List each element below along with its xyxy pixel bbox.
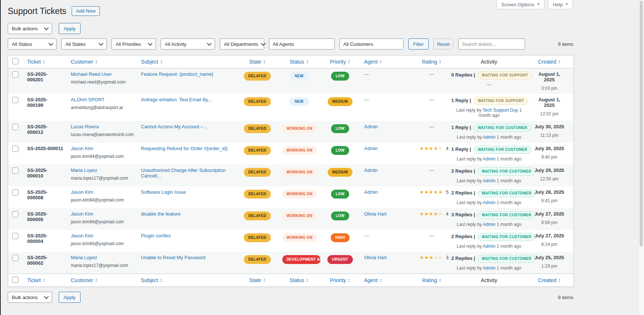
column-header-label-ticket[interactable]: Ticket▲▼ bbox=[27, 59, 45, 65]
subject-link[interactable]: Anfrage erhalten: Test Email By... bbox=[141, 97, 212, 102]
agent-link[interactable]: Admin bbox=[364, 146, 378, 151]
bulk-actions-select-bottom[interactable]: Bulk actions bbox=[8, 292, 52, 303]
customer-name-link[interactable]: Lucas Rivera bbox=[71, 124, 99, 129]
column-header-label-state[interactable]: State▲▼ bbox=[249, 59, 266, 65]
select-all-checkbox[interactable] bbox=[12, 277, 18, 283]
row-checkbox[interactable] bbox=[12, 124, 18, 130]
scrollbar-thumb[interactable] bbox=[640, 1, 643, 247]
agent-link[interactable]: Admin bbox=[364, 124, 378, 129]
ticket-id-link[interactable]: SS-2025-000002 bbox=[27, 255, 48, 266]
status-cell: WORKING ON bbox=[279, 121, 320, 143]
column-header-label-rating[interactable]: Rating▲▼ bbox=[422, 277, 441, 283]
subject-link[interactable]: Feature Request: {product_name} bbox=[141, 71, 214, 77]
ticket-id-link[interactable]: SS-2025-000201 bbox=[27, 71, 48, 82]
customer-name-link[interactable]: Maria Lopez bbox=[71, 167, 98, 173]
last-reply-author-link[interactable]: Admin bbox=[483, 265, 495, 271]
ticket-id-link[interactable]: SS-2025-000004 bbox=[27, 233, 48, 244]
agent-link[interactable]: Admin bbox=[364, 167, 378, 173]
filter-button[interactable]: Filter bbox=[408, 38, 429, 50]
vertical-scrollbar[interactable] bbox=[638, 0, 644, 315]
customer-name-link[interactable]: Jason Kim bbox=[71, 146, 93, 151]
reset-button[interactable]: Reset bbox=[433, 38, 453, 50]
ticket-id-link[interactable]: SS-2025-000012 bbox=[27, 124, 48, 135]
last-reply-ago: 1 month ago bbox=[495, 265, 521, 271]
column-header-label-agent[interactable]: Agent▲▼ bbox=[364, 59, 382, 65]
states-filter-select[interactable]: All States bbox=[61, 38, 107, 50]
column-header-label-agent[interactable]: Agent▲▼ bbox=[364, 277, 382, 283]
column-header-rating: Rating▲▼ bbox=[416, 55, 448, 68]
add-new-button[interactable]: Add New bbox=[72, 6, 100, 16]
column-header-activity: Activity bbox=[448, 55, 531, 68]
last-reply-author-link[interactable]: Admin bbox=[483, 222, 495, 227]
customer-name-link[interactable]: Jason Kim bbox=[71, 189, 93, 195]
customers-filter-input[interactable] bbox=[340, 38, 403, 50]
column-header-label-ticket[interactable]: Ticket▲▼ bbox=[27, 277, 45, 283]
row-checkbox[interactable] bbox=[12, 255, 18, 261]
column-header-label-created[interactable]: Created▲▼ bbox=[538, 277, 561, 283]
customer-name-link[interactable]: Jason Kim bbox=[71, 211, 93, 217]
subject-link[interactable]: disable the feature bbox=[141, 211, 181, 217]
column-header-label-state[interactable]: State▲▼ bbox=[249, 277, 266, 283]
subject-link[interactable]: Unable to Reset My Password bbox=[141, 255, 206, 260]
column-header-label-priority[interactable]: Priority▲▼ bbox=[330, 59, 351, 65]
column-header-label-priority[interactable]: Priority▲▼ bbox=[330, 277, 351, 283]
last-reply-author-link[interactable]: Admin bbox=[483, 200, 495, 205]
last-reply-author-link[interactable]: Admin bbox=[483, 178, 495, 183]
subject-link[interactable]: Cannot Access My Account –... bbox=[141, 124, 207, 129]
activity-cell: 2 Replies |WAITING FOR CUSTOMERLast repl… bbox=[448, 252, 531, 274]
agent-link[interactable]: Olivia Hart bbox=[364, 255, 387, 260]
column-header-customer: Customer▲▼ bbox=[67, 55, 137, 68]
row-checkbox[interactable] bbox=[12, 189, 18, 196]
ticket-id-link[interactable]: SS-2025-000199 bbox=[27, 97, 48, 108]
status-cell: WORKING ON bbox=[279, 165, 320, 186]
help-button[interactable]: Help ▼ bbox=[548, 0, 573, 9]
column-header-label-subject[interactable]: Subject▲▼ bbox=[141, 59, 163, 65]
column-header-label-status[interactable]: Status▲▼ bbox=[290, 277, 309, 283]
row-checkbox[interactable] bbox=[12, 97, 18, 103]
row-checkbox[interactable] bbox=[12, 233, 18, 239]
apply-button-bottom[interactable]: Apply bbox=[59, 292, 81, 303]
ticket-id-link[interactable]: SS-2025-000011 bbox=[27, 146, 64, 151]
subject-link[interactable]: Unauthorized Charge After Subscription C… bbox=[141, 167, 226, 179]
priorities-filter-select[interactable]: All Priorities bbox=[112, 38, 156, 50]
customer-name-link[interactable]: Maria Lopez bbox=[71, 255, 98, 260]
row-checkbox[interactable] bbox=[12, 167, 18, 174]
last-reply-author-link[interactable]: Tech Support Guy bbox=[483, 108, 518, 113]
created-cell: July 28, 20258:41 pm bbox=[531, 186, 574, 208]
row-checkbox[interactable] bbox=[12, 146, 18, 152]
agent-link[interactable]: Admin bbox=[364, 189, 378, 195]
subject-link[interactable]: Software Login Issue bbox=[141, 189, 186, 195]
column-header-label-subject[interactable]: Subject▲▼ bbox=[141, 277, 163, 283]
departments-filter-select[interactable]: All Departments bbox=[220, 38, 264, 50]
subject-link[interactable]: Requesting Refund for Order #{order_id} bbox=[141, 146, 228, 151]
status-filter-select[interactable]: All Status bbox=[8, 38, 57, 50]
row-checkbox[interactable] bbox=[12, 71, 18, 78]
last-reply-author-link[interactable]: Admin bbox=[483, 156, 495, 162]
row-checkbox[interactable] bbox=[12, 211, 18, 217]
column-header-label-rating[interactable]: Rating▲▼ bbox=[422, 59, 441, 65]
column-header-label-status[interactable]: Status▲▼ bbox=[290, 59, 309, 65]
select-all-checkbox[interactable] bbox=[12, 58, 18, 64]
ticket-id-link[interactable]: SS-2025-000008 bbox=[27, 189, 48, 200]
customer-name-link[interactable]: Michael Reed User bbox=[71, 71, 112, 77]
screen-options-button[interactable]: Screen Options ▼ bbox=[497, 0, 545, 9]
ticket-id-link[interactable]: SS-2025-000010 bbox=[27, 167, 48, 179]
column-header-label-customer[interactable]: Customer▲▼ bbox=[71, 277, 98, 283]
column-header-label-customer[interactable]: Customer▲▼ bbox=[71, 59, 98, 65]
last-reply-author-link[interactable]: Admin bbox=[483, 135, 495, 140]
apply-button-top[interactable]: Apply bbox=[59, 23, 81, 34]
sort-down-icon: ▼ bbox=[348, 280, 350, 282]
agents-filter-input[interactable] bbox=[269, 38, 335, 50]
customer-name-link[interactable]: Jason Kim bbox=[71, 233, 93, 238]
agent-link[interactable]: Olivia Hart bbox=[364, 211, 387, 217]
agent-cell: — bbox=[361, 94, 416, 121]
activity-filter-select[interactable]: All Activity bbox=[161, 38, 215, 50]
last-reply-author-link[interactable]: Admin bbox=[483, 244, 495, 249]
search-tickets-input[interactable] bbox=[458, 38, 525, 50]
customer-name-link[interactable]: ALOHA SPORT bbox=[71, 97, 105, 102]
ticket-id-link[interactable]: SS-2025-000005 bbox=[27, 211, 48, 222]
column-header-label-created[interactable]: Created▲▼ bbox=[538, 59, 561, 65]
bulk-actions-select-top[interactable]: Bulk actions bbox=[8, 23, 52, 34]
created-cell: July 30, 202511:13 pm bbox=[531, 121, 574, 143]
subject-link[interactable]: Plugin conflict bbox=[141, 233, 171, 238]
